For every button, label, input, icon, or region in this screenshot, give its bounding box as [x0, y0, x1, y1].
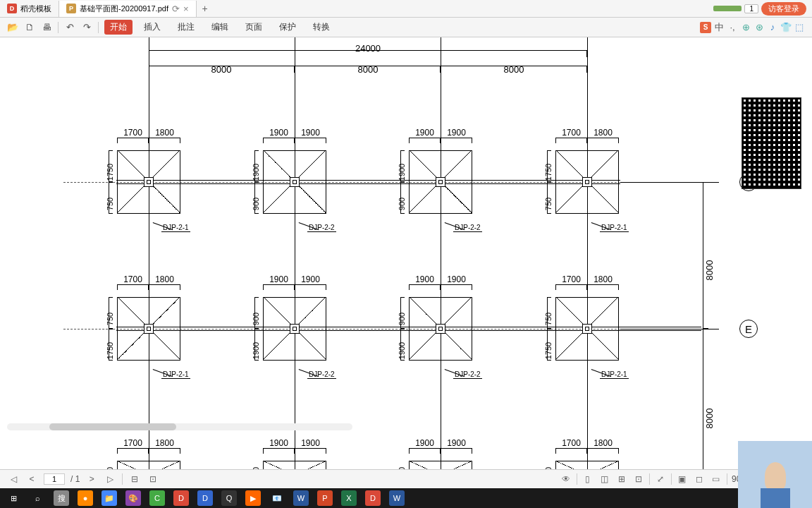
taskbar-app[interactable]: W [389, 490, 405, 506]
tab-templates[interactable]: D 稻壳模板 [0, 1, 59, 17]
dim-val: 1900 [447, 274, 466, 284]
video-overlay [738, 441, 812, 508]
dim [587, 138, 619, 143]
menu-insert[interactable]: 插入 [138, 20, 166, 35]
taskbar-app[interactable]: ● [78, 490, 93, 506]
menu-edit[interactable]: 编辑 [206, 20, 234, 35]
icon1[interactable]: ⊕ [740, 22, 751, 33]
taskbar-app[interactable]: D [173, 490, 189, 506]
close-icon[interactable]: ⟳ [172, 4, 180, 14]
dim-val: 1800 [593, 128, 613, 138]
taskbar-app[interactable]: ⊞ [6, 490, 21, 506]
taskbar-app[interactable]: D [365, 490, 381, 506]
layout-icon[interactable]: ⊞ [615, 473, 628, 485]
dim-val: 1800 [593, 438, 613, 448]
dim-val: 1900 [301, 128, 320, 138]
menu-annotate[interactable]: 批注 [172, 20, 200, 35]
redo-icon[interactable]: ↷ [81, 22, 92, 33]
nav-prev[interactable]: < [25, 473, 38, 485]
footing-label: DJP-2-1 [600, 370, 629, 379]
taskbar-app[interactable]: X [341, 490, 357, 506]
save-icon[interactable]: 🗋 [24, 22, 35, 33]
scroll-thumb[interactable] [49, 423, 176, 430]
menu-start[interactable]: 开始 [104, 20, 133, 35]
nav-next[interactable]: > [85, 473, 98, 485]
taskbar-app[interactable]: ▶ [245, 490, 261, 506]
footing [409, 297, 472, 361]
folder-icon[interactable]: 📂 [7, 22, 18, 33]
notif-badge[interactable]: 1 [744, 4, 758, 13]
footing [263, 150, 326, 214]
dim [409, 138, 441, 143]
dim-val: 1700 [562, 438, 581, 448]
view-icon[interactable]: ⊡ [147, 473, 159, 485]
s-icon[interactable]: S [700, 22, 711, 33]
eye-icon[interactable]: 👁 [560, 473, 572, 485]
tab-label: 稻壳模板 [20, 4, 51, 14]
icon4[interactable]: 👕 [780, 22, 792, 33]
dim-val: 900 [252, 197, 260, 210]
dim-val: 1900 [447, 128, 466, 138]
dim [441, 138, 472, 143]
dim-val: 1900 [415, 438, 434, 448]
icon3[interactable]: ♪ [767, 22, 778, 33]
taskbar-app[interactable]: P [317, 490, 333, 506]
taskbar-app[interactable]: 📧 [269, 490, 285, 506]
taskbar-app[interactable]: Q [221, 490, 237, 506]
dim [149, 284, 180, 290]
dim-val: 1800 [155, 438, 174, 448]
dim-val: 1800 [155, 128, 174, 138]
menu-page[interactable]: 页面 [240, 20, 268, 35]
icon5[interactable]: ⬚ [794, 22, 805, 33]
icon2[interactable]: ⊛ [753, 22, 765, 33]
dim-val: 1700 [562, 128, 581, 138]
taskbar-app[interactable]: 📁 [102, 490, 117, 506]
dot-icon[interactable]: ·, [727, 22, 738, 33]
canvas[interactable]: 24000 8000 8000 8000 F E 8000 8000 17001… [0, 37, 812, 469]
nav-last[interactable]: ▷ [104, 473, 116, 485]
taskbar-app[interactable]: D [197, 490, 213, 506]
undo-icon[interactable]: ↶ [64, 22, 75, 33]
pdf-icon: P [66, 4, 76, 13]
crop-icon[interactable]: ▣ [676, 473, 689, 485]
dim [149, 138, 180, 143]
menu-protect[interactable]: 保护 [273, 20, 302, 35]
view-icon[interactable]: ⊟ [128, 473, 141, 485]
taskbar-app[interactable]: ⌕ [30, 490, 45, 506]
taskbar-app[interactable]: 搜 [54, 490, 69, 506]
layout-icon[interactable]: ⊡ [632, 473, 645, 485]
layout-icon[interactable]: ◫ [598, 473, 611, 485]
tab-pdf[interactable]: P 基础平面图-20200917.pdf ⟳ × [59, 1, 197, 17]
dim-val: 1900 [398, 163, 406, 180]
close-icon[interactable]: × [183, 4, 189, 14]
page-input[interactable] [44, 473, 65, 485]
fit-icon[interactable]: ⤢ [654, 473, 667, 485]
statusbar: ◁ < / 1 > ▷ ⊟ ⊡ 👁 ▯ ◫ ⊞ ⊡ ⤢ ▣ ◻ ▭ 90% − [0, 469, 812, 488]
tab-add[interactable]: + [197, 3, 214, 14]
hscrollbar[interactable] [7, 423, 352, 430]
dim-val: 1700 [123, 438, 142, 448]
taskbar-app[interactable]: W [293, 490, 309, 506]
print-icon[interactable]: 🖶 [41, 22, 52, 33]
dim [117, 284, 149, 290]
nav-first[interactable]: ◁ [7, 473, 20, 485]
lang-icon[interactable]: 中 [713, 22, 725, 33]
taskbar-app[interactable]: 🎨 [125, 490, 141, 506]
dim [295, 138, 326, 143]
footing-label: DJP-2-2 [453, 370, 482, 379]
battery-icon [713, 6, 742, 11]
grid-bubble-e: E [739, 320, 758, 338]
taskbar-app[interactable]: C [149, 490, 165, 506]
footing [117, 461, 180, 469]
layout-icon[interactable]: ▯ [582, 473, 594, 485]
menu-convert[interactable]: 转换 [307, 20, 336, 35]
dim-val: 1900 [252, 341, 260, 358]
grid-line [441, 37, 441, 469]
crop-icon[interactable]: ◻ [693, 473, 706, 485]
dim [587, 448, 619, 454]
dim-val: 1750 [544, 341, 553, 358]
dim [295, 284, 326, 290]
login-button[interactable]: 访客登录 [761, 2, 806, 16]
dim [441, 448, 472, 454]
crop-icon[interactable]: ▭ [710, 473, 722, 485]
